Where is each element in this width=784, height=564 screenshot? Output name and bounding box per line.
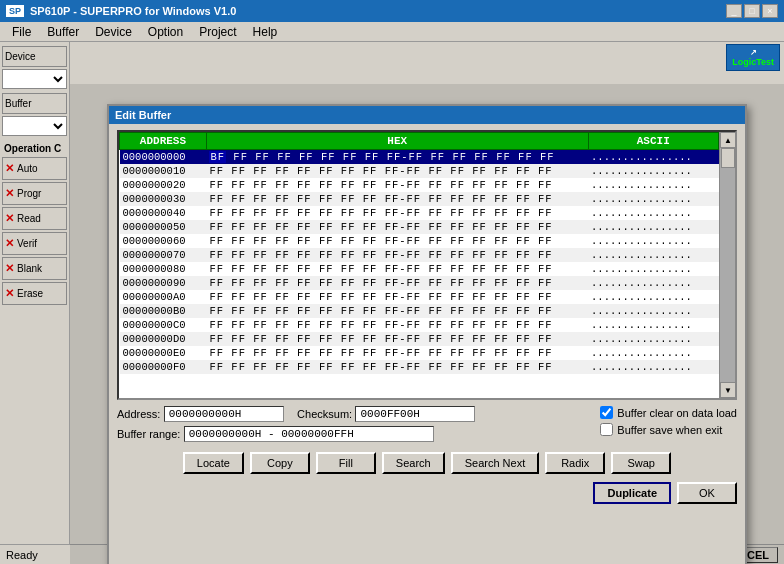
duplicate-button[interactable]: Duplicate — [593, 482, 671, 504]
table-row[interactable]: FF FF FF FF FF FF FF FF FF-FF FF FF FF F… — [206, 192, 588, 206]
table-row[interactable]: FF FF FF FF FF FF FF FF FF-FF FF FF FF F… — [206, 262, 588, 276]
buffer-save-checkbox[interactable] — [600, 423, 613, 436]
table-row[interactable]: 00000000E0 — [120, 346, 207, 360]
app-icon: SP — [6, 5, 24, 17]
checksum-label: Checksum: — [297, 408, 352, 420]
swap-button[interactable]: Swap — [611, 452, 671, 474]
table-row: ................ — [588, 150, 718, 165]
table-row[interactable]: FF FF FF FF FF FF FF FF FF-FF FF FF FF F… — [206, 290, 588, 304]
modal-overlay: Edit Buffer ADDRESS HEX ASCII — [70, 84, 784, 564]
table-row[interactable]: 00000000C0 — [120, 318, 207, 332]
table-row: ................ — [588, 346, 718, 360]
scroll-down-button[interactable]: ▼ — [720, 382, 736, 398]
device-select[interactable] — [2, 69, 67, 89]
table-row[interactable]: FF FF FF FF FF FF FF FF FF-FF FF FF FF F… — [206, 220, 588, 234]
table-row[interactable]: FF FF FF FF FF FF FF FF FF-FF FF FF FF F… — [206, 332, 588, 346]
scroll-thumb[interactable] — [721, 148, 735, 168]
table-row[interactable]: 0000000000 — [120, 150, 207, 165]
right-badge-area: ↗ LogicTest — [726, 44, 780, 71]
buffer-select[interactable] — [2, 116, 67, 136]
table-row[interactable]: FF FF FF FF FF FF FF FF FF-FF FF FF FF F… — [206, 304, 588, 318]
edit-buffer-dialog: Edit Buffer ADDRESS HEX ASCII — [107, 104, 747, 564]
program-icon: ✕ — [5, 187, 14, 200]
table-row[interactable]: 0000000010 — [120, 164, 207, 178]
checkbox-buffer-save: Buffer save when exit — [600, 423, 737, 436]
logictest-badge: ↗ LogicTest — [726, 44, 780, 71]
menu-device[interactable]: Device — [87, 23, 140, 41]
scroll-up-button[interactable]: ▲ — [720, 132, 736, 148]
table-row[interactable]: FF FF FF FF FF FF FF FF FF-FF FF FF FF F… — [206, 318, 588, 332]
sidebar-blank-button[interactable]: ✕Blank — [2, 257, 67, 280]
table-row[interactable]: FF FF FF FF FF FF FF FF FF-FF FF FF FF F… — [206, 206, 588, 220]
sidebar-auto-button[interactable]: ✕Auto — [2, 157, 67, 180]
table-row[interactable]: 0000000030 — [120, 192, 207, 206]
dialog-titlebar: Edit Buffer — [109, 106, 745, 124]
table-row[interactable]: 0000000050 — [120, 220, 207, 234]
table-row[interactable]: 0000000040 — [120, 206, 207, 220]
search-button[interactable]: Search — [382, 452, 445, 474]
table-row[interactable]: 00000000B0 — [120, 304, 207, 318]
menu-option[interactable]: Option — [140, 23, 191, 41]
table-row: ................ — [588, 360, 718, 374]
table-row[interactable]: 0000000060 — [120, 234, 207, 248]
table-row[interactable]: FF FF FF FF FF FF FF FF FF-FF FF FF FF F… — [206, 178, 588, 192]
sidebar-buffer-button[interactable]: Buffer — [2, 93, 67, 114]
table-row[interactable]: 0000000020 — [120, 178, 207, 192]
table-row[interactable]: FF FF FF FF FF FF FF FF FF-FF FF FF FF F… — [206, 164, 588, 178]
erase-icon: ✕ — [5, 287, 14, 300]
scroll-track[interactable] — [720, 148, 735, 382]
col-header-address: ADDRESS — [120, 133, 207, 150]
bottom-buttons-row: Duplicate OK — [117, 482, 737, 504]
verify-icon: ✕ — [5, 237, 14, 250]
sidebar-program-button[interactable]: ✕Progr — [2, 182, 67, 205]
table-row[interactable]: 00000000A0 — [120, 290, 207, 304]
table-row[interactable]: 00000000F0 — [120, 360, 207, 374]
menu-help[interactable]: Help — [245, 23, 286, 41]
table-row[interactable]: FF FF FF FF FF FF FF FF FF-FF FF FF FF F… — [206, 248, 588, 262]
table-row: ................ — [588, 290, 718, 304]
close-button[interactable]: × — [762, 4, 778, 18]
maximize-button[interactable]: □ — [744, 4, 760, 18]
dialog-title: Edit Buffer — [115, 109, 171, 121]
table-row[interactable]: FF FF FF FF FF FF FF FF FF-FF FF FF FF F… — [206, 234, 588, 248]
table-row[interactable]: FF FF FF FF FF FF FF FF FF-FF FF FF FF F… — [206, 276, 588, 290]
dialog-content: ADDRESS HEX ASCII 0000000000BF FF FF FF … — [109, 124, 745, 510]
buffer-scroll-area[interactable]: ADDRESS HEX ASCII 0000000000BF FF FF FF … — [119, 132, 719, 398]
table-row[interactable]: 0000000090 — [120, 276, 207, 290]
info-left: Address: 0000000000H Checksum: 0000FF00H… — [117, 406, 592, 442]
app-title: SP SP610P - SUPERPRO for Windows V1.0 — [6, 5, 236, 17]
table-row[interactable]: 0000000070 — [120, 248, 207, 262]
sidebar-read-button[interactable]: ✕Read — [2, 207, 67, 230]
search-next-button[interactable]: Search Next — [451, 452, 540, 474]
title-bar: SP SP610P - SUPERPRO for Windows V1.0 _ … — [0, 0, 784, 22]
table-row[interactable]: BF FF FF FF FF FF FF FF FF-FF FF FF FF F… — [206, 150, 588, 165]
table-row[interactable]: 0000000080 — [120, 262, 207, 276]
action-buttons-row: Locate Copy Fill Search Search Next Radi… — [117, 452, 737, 474]
blank-icon: ✕ — [5, 262, 14, 275]
vertical-scrollbar[interactable]: ▲ ▼ — [719, 132, 735, 398]
buffer-table: ADDRESS HEX ASCII 0000000000BF FF FF FF … — [119, 132, 719, 374]
menu-buffer[interactable]: Buffer — [39, 23, 87, 41]
buffer-clear-checkbox[interactable] — [600, 406, 613, 419]
radix-button[interactable]: Radix — [545, 452, 605, 474]
menu-file[interactable]: File — [4, 23, 39, 41]
table-row: ................ — [588, 318, 718, 332]
minimize-button[interactable]: _ — [726, 4, 742, 18]
buffer-range-field: Buffer range: 0000000000H - 00000000FFH — [117, 426, 592, 442]
ok-button[interactable]: OK — [677, 482, 737, 504]
sidebar-verify-button[interactable]: ✕Verif — [2, 232, 67, 255]
buffer-table-wrapper[interactable]: ADDRESS HEX ASCII 0000000000BF FF FF FF … — [117, 130, 737, 400]
table-row[interactable]: FF FF FF FF FF FF FF FF FF-FF FF FF FF F… — [206, 346, 588, 360]
menu-project[interactable]: Project — [191, 23, 244, 41]
fill-button[interactable]: Fill — [316, 452, 376, 474]
window-controls: _ □ × — [726, 4, 778, 18]
table-row[interactable]: 00000000D0 — [120, 332, 207, 346]
table-row[interactable]: FF FF FF FF FF FF FF FF FF-FF FF FF FF F… — [206, 360, 588, 374]
copy-button[interactable]: Copy — [250, 452, 310, 474]
address-value: 0000000000H — [164, 406, 284, 422]
locate-button[interactable]: Locate — [183, 452, 244, 474]
sidebar-erase-button[interactable]: ✕Erase — [2, 282, 67, 305]
sidebar-device-button[interactable]: Device — [2, 46, 67, 67]
sidebar: Device Buffer Operation C ✕Auto ✕Progr ✕… — [0, 42, 70, 564]
table-row: ................ — [588, 178, 718, 192]
